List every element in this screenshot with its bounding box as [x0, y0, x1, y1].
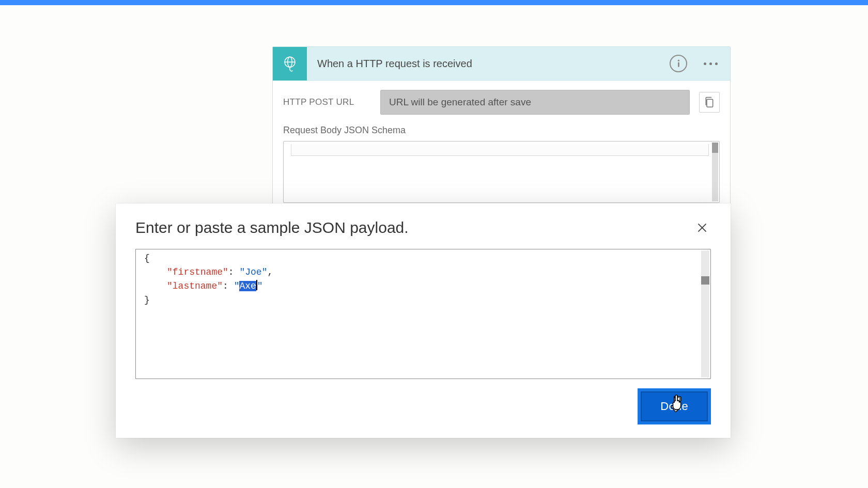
done-button[interactable]: Done	[641, 391, 708, 421]
card-menu-icon[interactable]	[699, 60, 723, 67]
card-body: HTTP POST URL URL will be generated afte…	[273, 81, 730, 208]
close-icon[interactable]	[693, 219, 711, 237]
schema-textarea[interactable]	[283, 141, 720, 203]
json-payload-editor[interactable]: { "firstname": "Joe", "lastname": "Axe" …	[135, 249, 711, 379]
schema-scrollbar[interactable]	[712, 143, 718, 201]
dialog-title: Enter or paste a sample JSON payload.	[135, 219, 409, 237]
info-icon[interactable]	[670, 55, 687, 72]
card-header[interactable]: When a HTTP request is received	[273, 47, 730, 81]
brace-close: }	[144, 295, 150, 305]
globe-hook-icon	[273, 47, 307, 81]
svg-point-2	[677, 60, 679, 61]
http-trigger-card: When a HTTP request is received HTTP POS…	[272, 46, 731, 209]
app-top-bar	[0, 0, 868, 5]
json-value: "Joe"	[239, 267, 267, 277]
selected-text: Axe	[239, 281, 256, 291]
svg-rect-4	[707, 99, 713, 107]
sample-payload-dialog: Enter or paste a sample JSON payload. { …	[116, 203, 731, 438]
done-button-focus-ring: Done	[638, 388, 711, 424]
svg-rect-3	[678, 62, 679, 67]
post-url-label: HTTP POST URL	[283, 97, 371, 107]
json-key: "firstname"	[167, 267, 228, 277]
schema-label: Request Body JSON Schema	[283, 125, 720, 136]
card-title: When a HTTP request is received	[307, 58, 670, 70]
brace-open: {	[144, 253, 150, 263]
post-url-field: URL will be generated after save	[380, 90, 690, 115]
json-key: "lastname"	[167, 281, 223, 291]
copy-url-button[interactable]	[699, 92, 720, 113]
editor-scrollbar[interactable]	[701, 250, 709, 377]
